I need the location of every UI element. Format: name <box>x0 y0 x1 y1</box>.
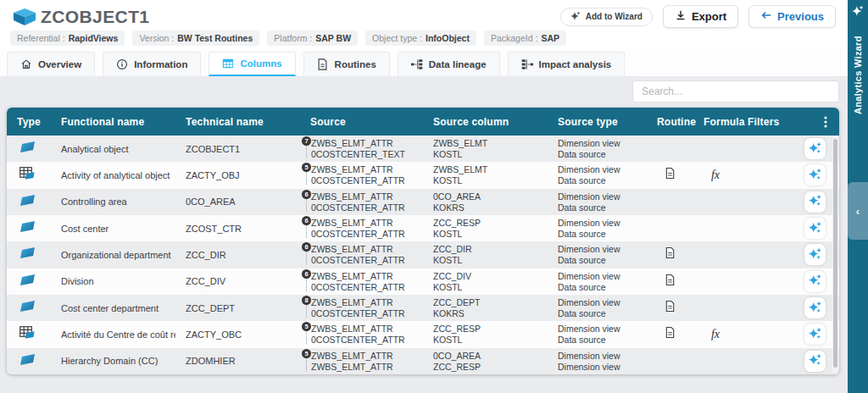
source-column-cell: ZWBS_ELMTKOSTL <box>423 136 548 162</box>
filters-cell <box>737 241 788 268</box>
tab-label: Information <box>134 59 187 69</box>
functional-name-cell: Division <box>51 268 175 295</box>
export-label: Export <box>692 10 726 23</box>
source-column-line-2: KOKRS <box>433 202 544 213</box>
tab-label: Routines <box>335 59 376 69</box>
tab-impact-analysis[interactable]: Impact analysis <box>508 52 626 76</box>
tab-information[interactable]: Information <box>103 52 201 76</box>
download-icon <box>675 9 687 24</box>
type-cell <box>7 348 51 374</box>
row-add-to-wizard-button[interactable] <box>804 218 826 239</box>
source-type-cell: Dimension viewData source <box>548 295 647 321</box>
technical-name-cell: 0CO_AREA <box>175 189 300 215</box>
row-add-to-wizard-button[interactable] <box>804 244 826 265</box>
row-add-to-wizard-button[interactable] <box>804 297 826 318</box>
routine-doc-icon[interactable] <box>665 246 676 263</box>
row-add-to-wizard-button[interactable] <box>804 138 826 159</box>
source-count-badge: 6 <box>302 242 311 252</box>
action-cell <box>788 348 839 374</box>
source-line-1: ZWBS_ELMT_ATTR <box>311 191 420 202</box>
source-line-1: ZWBS_ELMT_ATTR <box>311 351 420 362</box>
analytics-wizard-rail[interactable]: Analytics Wizard ‹ <box>848 0 868 393</box>
add-to-wizard-button[interactable]: Add to Wizard <box>560 8 653 26</box>
sparkle-blue-icon <box>808 193 822 210</box>
column-header-technical-name: Technical name <box>175 116 300 128</box>
source-column-line-1: ZCC_DIR <box>433 244 544 255</box>
lineage-icon <box>411 58 423 70</box>
source-type-line-2: Data source <box>558 229 643 240</box>
source-type-line-1: Dimension view <box>558 218 643 229</box>
source-column-cell: ZCC_RESPKOSTL <box>423 215 548 241</box>
source-type-line-1: Dimension view <box>558 351 643 362</box>
table-row: Hierarchy Domain (CC)ZDOMHIER5ZWBS_ELMT_… <box>7 348 839 374</box>
tab-overview[interactable]: Overview <box>7 52 95 76</box>
row-add-to-wizard-button[interactable] <box>804 191 826 213</box>
source-cell: 6ZWBS_ELMT_ATTR0COSTCENTER_ATTR <box>300 189 423 215</box>
meta-row: Referential :RapidViewsVersion :BW Test … <box>0 29 848 46</box>
formula-fx-icon[interactable]: fx <box>711 169 720 182</box>
routine-doc-icon[interactable] <box>665 167 676 183</box>
sparkle-icon <box>570 11 581 23</box>
row-add-to-wizard-button[interactable] <box>804 324 826 345</box>
routine-doc-icon[interactable] <box>665 274 676 290</box>
doc-icon <box>317 58 329 70</box>
functional-name-cell: Analytical object <box>51 136 175 162</box>
export-button[interactable]: Export <box>663 5 738 28</box>
source-type-cell: Dimension viewData source <box>548 268 647 295</box>
table-row: Cost center departmentZCC_DEPT8ZWBS_ELMT… <box>7 295 839 321</box>
source-count-badge: 5 <box>302 349 311 358</box>
routine-cell <box>647 268 693 295</box>
source-type-line-1: Dimension view <box>558 244 643 255</box>
filters-cell <box>737 295 788 321</box>
tab-data-lineage[interactable]: Data lineage <box>398 52 500 76</box>
source-type-line-2: Data source <box>558 175 643 186</box>
search-input[interactable] <box>632 80 839 102</box>
source-line-2: 0COSTCENTER_ATTR <box>311 335 420 346</box>
tab-routines[interactable]: Routines <box>303 52 390 76</box>
technical-name-cell: ZCC_DIV <box>175 268 300 295</box>
source-type-line-2: Data source <box>558 335 643 346</box>
row-add-to-wizard-button[interactable] <box>804 271 826 292</box>
source-column-cell: 0CO_AREAKOKRS <box>423 189 548 215</box>
formula-fx-icon[interactable]: fx <box>711 328 720 341</box>
infoobject-cube-icon <box>10 7 39 27</box>
routine-doc-icon[interactable] <box>665 300 676 316</box>
column-header-formula: Formula <box>693 116 737 128</box>
action-cell <box>788 189 839 215</box>
table-menu-kebab-icon[interactable] <box>820 115 832 129</box>
row-add-to-wizard-button[interactable] <box>804 164 826 185</box>
source-column-line-2: KOSTL <box>433 282 544 293</box>
scrollbar-thumb[interactable] <box>833 139 837 368</box>
dimension-icon <box>19 220 36 236</box>
source-cell: 5ZWBS_ELMT_ATTRZWBS_ELMT_ATTR <box>300 348 423 374</box>
meta-chip-version: Version :BW Test Routines <box>132 30 259 46</box>
filters-cell <box>737 189 788 215</box>
source-cell: 6ZWBS_ELMT_ATTR0COSTCENTER_ATTR <box>300 241 423 268</box>
source-type-line-2: Data source <box>558 308 643 319</box>
meta-chip-object-type: Object type :InfoObject <box>365 30 476 46</box>
source-type-cell: Dimension viewData source <box>548 136 647 162</box>
type-cell <box>7 215 51 241</box>
previous-button[interactable]: Previous <box>748 5 836 28</box>
meta-label: PackageId : <box>491 33 537 43</box>
routine-doc-icon[interactable] <box>665 326 676 342</box>
row-add-to-wizard-button[interactable] <box>804 351 826 372</box>
rail-collapse-chevron[interactable]: ‹ <box>848 182 868 240</box>
filters-cell <box>737 136 788 162</box>
source-line-2: 0COSTCENTER_ATTR <box>311 255 420 266</box>
column-header-source: Source <box>300 116 423 128</box>
source-column-line-2: ZCC_RESP <box>433 362 544 373</box>
formula-cell <box>693 348 737 374</box>
source-column-line-1: ZCC_RESP <box>433 324 544 335</box>
sparkle-blue-icon <box>808 300 822 317</box>
tab-columns[interactable]: Columns <box>209 52 295 76</box>
filters-cell <box>737 215 788 241</box>
source-type-line-1: Dimension view <box>558 324 643 335</box>
source-count-badge: 8 <box>302 296 311 305</box>
technical-name-cell: ZDOMHIER <box>175 348 300 374</box>
formula-cell <box>693 215 737 241</box>
table-row: Organizational departmentZCC_DIR6ZWBS_EL… <box>7 241 839 268</box>
meta-chip-referential: Referential :RapidViews <box>10 30 125 46</box>
source-line-2: 0COSTCENTER_ATTR <box>311 229 420 240</box>
routine-cell <box>647 189 693 215</box>
